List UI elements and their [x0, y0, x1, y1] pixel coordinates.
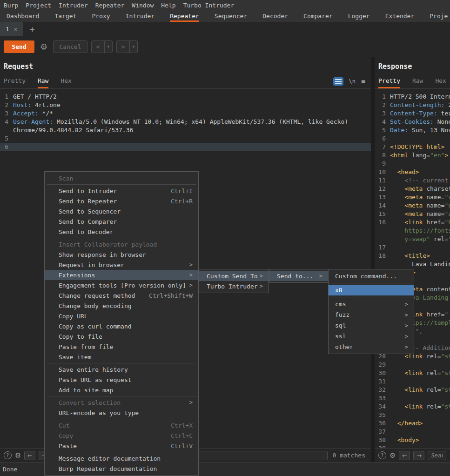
editor-tab-hex[interactable]: Hex — [60, 74, 71, 88]
custom-send-to-submenu: Send to...> — [269, 269, 329, 283]
code-line: Lava Landing Page - Bootstrap </t — [375, 260, 450, 268]
submenu-chevron-icon: > — [405, 301, 408, 308]
repeater-tab-1[interactable]: 1 × — [0, 22, 23, 36]
tab-proxy[interactable]: Proxy — [92, 10, 110, 22]
menu-item-custom-command[interactable]: Custom command... — [329, 271, 414, 282]
menu-item-send-to[interactable]: Send to...> — [269, 271, 328, 281]
menu-item-sql[interactable]: sql> — [329, 320, 414, 331]
menubar-item-burp[interactable]: Burp — [0, 0, 22, 10]
menubar-item-turbo-intruder[interactable]: Turbo Intruder — [180, 0, 238, 10]
menubar-item-help[interactable]: Help — [157, 0, 179, 10]
menu-item-send-to-repeater[interactable]: Send to RepeaterCtrl+R — [45, 196, 198, 206]
menu-item-custom-send-to[interactable]: Custom Send To> — [199, 271, 269, 281]
menu-separator — [47, 184, 196, 185]
editor-tab-pretty[interactable]: Pretty — [378, 74, 400, 88]
help-icon[interactable]: ? — [4, 451, 12, 459]
add-tab-button[interactable]: + — [30, 24, 35, 34]
search-settings-gear-icon[interactable]: ⚙ — [15, 451, 21, 460]
menu-item-paste-url-as-request[interactable]: Paste URL as request — [45, 375, 198, 385]
tab-intruder[interactable]: Intruder — [126, 10, 155, 22]
menu-item-scan: Scan — [45, 173, 198, 183]
tab-dashboard[interactable]: Dashboard — [7, 10, 39, 22]
menu-item-engagement-tools-pro-version-only[interactable]: Engagement tools [Pro version only]> — [45, 280, 198, 290]
menu-item-cms[interactable]: cms> — [329, 299, 414, 309]
search-settings-gear-icon[interactable]: ⚙ — [390, 451, 396, 460]
menu-item-show-response-in-browser[interactable]: Show response in browser — [45, 249, 198, 260]
prev-match-button[interactable]: ← — [24, 451, 35, 460]
menu-item-x8[interactable]: x8 — [329, 285, 414, 295]
menu-item-copy: CopyCtrl+C — [45, 430, 198, 441]
tab-logger[interactable]: Logger — [348, 10, 370, 22]
tab-repeater[interactable]: Repeater — [170, 10, 199, 22]
status-text: Done — [3, 466, 17, 473]
menu-item-paste-from-file[interactable]: Paste from file — [45, 342, 198, 352]
menu-item-request-in-browser[interactable]: Request in browser> — [45, 260, 198, 270]
menu-item-copy-to-file[interactable]: Copy to file — [45, 331, 198, 342]
menu-item-extensions[interactable]: Extensions> — [45, 270, 198, 280]
menubar-item-project[interactable]: Project — [22, 0, 55, 10]
code-line: 17 — [375, 243, 450, 252]
tab-proje[interactable]: Proje — [430, 10, 448, 22]
code-line: 2Content-Length: 2657 — [375, 101, 450, 109]
menu-item-copy-url[interactable]: Copy URL — [45, 311, 198, 321]
tab-target[interactable]: Target — [54, 10, 76, 22]
submenu-chevron-icon: > — [405, 333, 408, 340]
newline-label: \n — [349, 78, 356, 85]
submenu-chevron-icon: > — [260, 273, 263, 279]
menu-separator — [47, 419, 196, 419]
submenu-chevron-icon: > — [260, 283, 263, 289]
menu-item-send-to-sequencer[interactable]: Send to Sequencer — [45, 206, 198, 216]
menu-item-turbo-intruder[interactable]: Turbo Intruder> — [199, 281, 269, 291]
menu-separator — [47, 452, 196, 452]
menu-item-send-to-comparer[interactable]: Send to Comparer — [45, 216, 198, 227]
response-editor[interactable]: 1HTTP/2 500 Internal Server Error2Conten… — [375, 89, 450, 448]
tab-extender[interactable]: Extender — [385, 10, 415, 22]
back-button[interactable]: < — [92, 41, 104, 53]
menubar-item-intruder[interactable]: Intruder — [55, 0, 92, 10]
menu-item-burp-repeater-documentation[interactable]: Burp Repeater documentation — [45, 463, 198, 474]
menubar-item-repeater[interactable]: Repeater — [92, 0, 128, 10]
request-editor-tabs: PrettyRawHex \n ≡ — [0, 74, 371, 89]
editor-tab-pretty[interactable]: Pretty — [4, 74, 26, 88]
prev-match-button[interactable]: ← — [399, 451, 410, 460]
tab-comparer[interactable]: Comparer — [303, 10, 333, 22]
code-line: 18 <title> — [375, 252, 450, 260]
menu-item-save-entire-history[interactable]: Save entire history — [45, 364, 198, 375]
code-line: 29 — [375, 361, 450, 369]
menu-item-other[interactable]: other> — [329, 342, 414, 352]
tab-decoder[interactable]: Decoder — [262, 10, 288, 22]
context-menu: ScanSend to IntruderCtrl+ISend to Repeat… — [44, 171, 199, 476]
back-dropdown-icon[interactable]: ▼ — [104, 41, 112, 53]
menu-item-save-item[interactable]: Save item — [45, 352, 198, 362]
send-button[interactable]: Send — [4, 40, 34, 53]
menubar-item-window[interactable]: Window — [128, 0, 157, 10]
menu-item-send-to-intruder[interactable]: Send to IntruderCtrl+I — [45, 186, 198, 196]
menu-item-ssl[interactable]: ssl> — [329, 331, 414, 342]
tab-close-icon[interactable]: × — [14, 26, 17, 33]
code-line: 3Content-Type: text/html; charset=utf-8 — [375, 109, 450, 118]
menu-item-change-request-method[interactable]: Change request methodCtrl+Shift+W — [45, 290, 198, 301]
help-icon[interactable]: ? — [378, 451, 386, 459]
menu-item-url-encode-as-you-type[interactable]: URL-encode as you type — [45, 408, 198, 418]
editor-tab-hex[interactable]: Hex — [435, 74, 446, 88]
forward-button[interactable]: > — [117, 41, 129, 53]
menu-item-fuzz[interactable]: fuzz> — [329, 309, 414, 320]
newline-toggle-icon[interactable] — [333, 77, 343, 86]
cancel-button[interactable]: Cancel — [53, 40, 87, 53]
request-settings-gear-icon[interactable]: ⚙ — [38, 42, 49, 52]
editor-tab-raw[interactable]: Raw — [38, 74, 48, 88]
editor-menu-icon[interactable]: ≡ — [361, 77, 365, 86]
tab-sequencer[interactable]: Sequencer — [215, 10, 247, 22]
menu-item-message-editor-documentation[interactable]: Message editor documentation — [45, 453, 198, 463]
menu-item-paste[interactable]: PasteCtrl+V — [45, 441, 198, 451]
forward-dropdown-icon[interactable]: ▼ — [129, 41, 137, 53]
menu-item-change-body-encoding[interactable]: Change body encoding — [45, 301, 198, 311]
editor-tab-raw[interactable]: Raw — [412, 74, 423, 88]
code-line: 39 — [375, 444, 450, 448]
response-search-input[interactable] — [428, 451, 446, 460]
code-line: 38 <body> — [375, 436, 450, 444]
menu-item-copy-as-curl-command[interactable]: Copy as curl command — [45, 321, 198, 331]
menu-item-add-to-site-map[interactable]: Add to site map — [45, 385, 198, 395]
menu-item-send-to-decoder[interactable]: Send to Decoder — [45, 227, 198, 237]
next-match-button[interactable]: → — [413, 451, 424, 460]
